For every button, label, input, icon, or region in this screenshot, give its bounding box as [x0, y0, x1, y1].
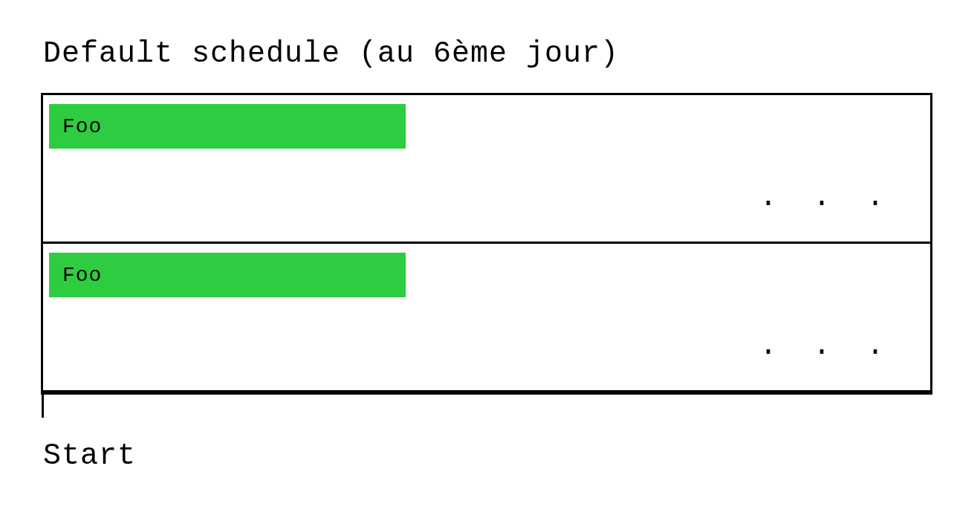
start-tick [42, 392, 44, 418]
ellipsis-icon: . . . [759, 181, 893, 214]
task-bar-foo: Foo [49, 253, 406, 297]
schedule-title: Default schedule (au 6ème jour) [43, 37, 939, 71]
schedule-row: Foo . . . [43, 95, 930, 244]
task-bar-foo: Foo [49, 104, 406, 149]
start-label: Start [43, 439, 939, 473]
schedule-row: Foo . . . [43, 244, 930, 392]
schedule-grid: Foo . . . Foo . . . [41, 93, 932, 395]
ellipsis-icon: . . . [759, 329, 893, 363]
